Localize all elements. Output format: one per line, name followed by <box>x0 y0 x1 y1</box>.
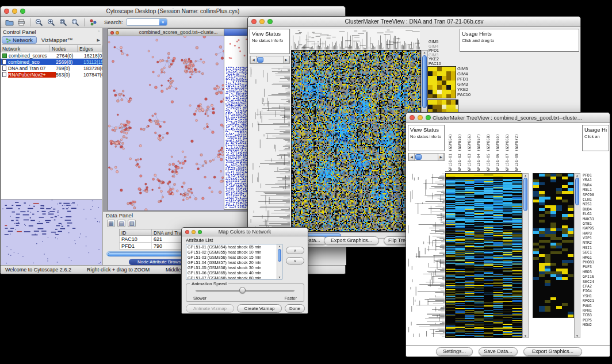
attribute-list-item[interactable]: GPL51-07 (GSM868) heat shock 60 min <box>186 275 282 279</box>
scroll-down-icon[interactable]: ▼ <box>575 334 580 338</box>
heatmap-canvas[interactable] <box>291 50 421 232</box>
network-list-row[interactable]: combined_scores2764(0)16218(0) <box>1 52 102 59</box>
print-icon[interactable] <box>17 18 26 27</box>
settings-button[interactable]: Settings... <box>436 347 473 356</box>
move-up-button[interactable]: ∧ <box>286 247 304 254</box>
zoom-button[interactable] <box>267 19 273 24</box>
minimize-button[interactable] <box>192 230 196 234</box>
scrollbar-thumb[interactable] <box>575 178 579 205</box>
minimize-button[interactable] <box>12 9 17 14</box>
row-dendrogram-canvas[interactable] <box>408 173 445 337</box>
attribute-list-item[interactable]: GPL51-03 (GSM856) heat shock 15 min <box>186 255 282 260</box>
scrollbar-thumb[interactable] <box>422 55 427 108</box>
row-dendrogram-canvas[interactable] <box>250 66 290 232</box>
scrollbar-thumb[interactable] <box>523 178 527 211</box>
close-button[interactable] <box>4 9 9 14</box>
network-overview-canvas[interactable] <box>1 200 101 265</box>
zoom-selected-icon[interactable] <box>71 18 80 27</box>
window-controls <box>410 115 431 120</box>
network-list-row[interactable]: RNAPuberNov2+563(0)107847(0) <box>1 71 102 78</box>
vertical-scrollbar[interactable]: ▲ ▼ <box>522 173 529 338</box>
attribute-list-item[interactable]: GPL51-05 (GSM858) heat shock 30 min <box>186 265 282 270</box>
scroll-up-icon[interactable]: ▲ <box>277 244 282 248</box>
titlebar[interactable]: ClusterMaker TreeView : combined_scores_… <box>406 113 610 123</box>
save-data-button[interactable]: Save Data... <box>479 347 518 356</box>
header-id[interactable]: ID <box>120 229 152 235</box>
titlebar[interactable]: Map Colors to Network <box>182 228 308 236</box>
minimize-button[interactable] <box>418 115 423 120</box>
titlebar[interactable]: ClusterMaker TreeView : DNA and Tran 07-… <box>248 17 580 27</box>
zoom-button[interactable] <box>426 115 431 120</box>
heatmap-canvas[interactable] <box>445 173 522 338</box>
scroll-up-icon[interactable]: ▲ <box>422 51 427 54</box>
zoom-in-icon[interactable] <box>47 18 56 27</box>
zoom-row-label: GIM4 <box>457 71 483 76</box>
network-list-empty-area <box>1 78 102 199</box>
select-attributes-icon[interactable]: ▦ <box>107 220 115 227</box>
frame-minimize-icon[interactable] <box>116 31 119 35</box>
scroll-down-icon[interactable]: ▼ <box>277 275 282 279</box>
tab-overflow-icon[interactable]: ▶ <box>97 38 101 43</box>
move-down-button[interactable]: ∨ <box>286 257 304 265</box>
tab-vizmapper[interactable]: VizMapper™ <box>39 36 76 44</box>
zoom-heatmap-canvas[interactable] <box>427 66 456 98</box>
zoom-vertical-scrollbar[interactable]: ▲ ▼ <box>574 173 580 338</box>
delete-attribute-icon[interactable]: ▧ <box>128 220 136 227</box>
header-network[interactable]: Network <box>1 45 50 52</box>
zoom-button[interactable] <box>20 9 25 14</box>
column-dendrogram-canvas[interactable] <box>291 29 420 49</box>
zoom-button[interactable] <box>198 230 202 234</box>
nav-track[interactable] <box>415 154 438 160</box>
zoom-out-icon[interactable] <box>35 18 44 27</box>
open-folder-icon[interactable] <box>5 18 14 27</box>
zoom-heatmap-canvas[interactable] <box>533 173 574 318</box>
network-overview-panel[interactable] <box>1 199 102 265</box>
gene-label: FIG4 <box>583 289 609 293</box>
gene-label: PHO81 <box>583 260 609 265</box>
scroll-left-button[interactable]: ◀ <box>408 154 415 160</box>
search-combobox[interactable]: ▼ <box>126 18 167 26</box>
scroll-right-button[interactable]: ▶ <box>283 56 289 63</box>
panel-float-icon[interactable]: ▫ <box>98 29 101 34</box>
scroll-up-icon[interactable]: ▲ <box>575 174 580 177</box>
list-scrollbar[interactable]: ▲ ▼ <box>277 244 282 279</box>
nav-thumb[interactable] <box>257 57 263 63</box>
titlebar[interactable]: Cytoscape Desktop (Session Name: collins… <box>1 6 345 17</box>
network-snapshot-icon[interactable] <box>89 18 98 27</box>
gene-label: GTB1 <box>583 221 609 226</box>
create-vizmap-button[interactable]: Create Vizmap <box>237 304 282 313</box>
dropdown-arrow-icon[interactable]: ▼ <box>159 19 167 25</box>
attribute-list-item[interactable]: GPL51-06 (GSM865) heat shock 40 min <box>186 270 282 275</box>
close-button[interactable] <box>251 19 257 24</box>
scrollbar-thumb[interactable] <box>278 249 281 262</box>
attribute-list-item[interactable]: GPL51-04 (GSM857) heat shock 20 min <box>186 260 282 265</box>
export-graphics-button[interactable]: Export Graphics... <box>523 347 582 356</box>
export-graphics-button[interactable]: Export Graphics... <box>324 236 379 245</box>
attribute-list[interactable]: GPL51-01 (GSM854) heat shock 05 minGPL51… <box>186 244 282 279</box>
network-list-row[interactable]: combined_sco2569(8)13112(15) <box>1 59 102 65</box>
close-button[interactable] <box>185 230 189 234</box>
tab-network[interactable]: Network <box>2 36 37 44</box>
attribute-list-item[interactable]: GPL51-02 (GSM855) heat shock 10 min <box>186 250 282 255</box>
header-edges[interactable]: Edges <box>78 45 102 52</box>
scroll-left-button[interactable]: ◀ <box>250 56 257 63</box>
minimize-button[interactable] <box>259 19 265 24</box>
done-button[interactable]: Done <box>285 304 305 313</box>
create-attribute-icon[interactable]: ▤ <box>117 220 125 227</box>
nav-thumb[interactable] <box>415 154 422 160</box>
attribute-list-item[interactable]: GPL51-01 (GSM854) heat shock 05 min <box>186 244 282 250</box>
speed-slider-thumb[interactable] <box>239 287 246 293</box>
scroll-right-button[interactable]: ▶ <box>438 154 444 160</box>
close-button[interactable] <box>410 115 415 120</box>
scroll-down-icon[interactable]: ▼ <box>523 334 528 338</box>
column-label-text: GPL51-01 (GSM854) <box>448 134 452 171</box>
nav-track[interactable] <box>257 56 283 63</box>
animate-vizmap-button[interactable]: Animate Vizmap <box>186 304 234 313</box>
network-icon <box>2 53 7 58</box>
column-label-text: GPL51-02 (GSM855) <box>457 134 461 171</box>
header-nodes[interactable]: Nodes <box>50 45 78 52</box>
zoom-fit-icon[interactable] <box>59 18 68 27</box>
frame-close-icon[interactable] <box>110 31 114 35</box>
scroll-up-icon[interactable]: ▲ <box>523 174 528 177</box>
network-list-row[interactable]: DNA and Tran 07769(0)183728(0) <box>1 65 102 71</box>
